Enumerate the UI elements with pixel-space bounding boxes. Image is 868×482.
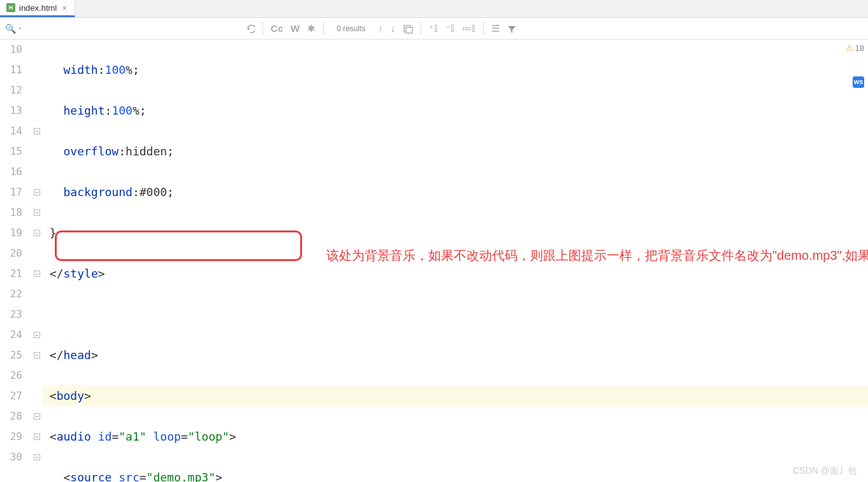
line-number: 20: [0, 243, 22, 264]
find-toolbar: 🔍 ▾ Cc W ✱ 0 results ↑ ↓ ⁺𝕀 ⁻𝕀 ≔𝕀 ☰̄: [0, 18, 868, 39]
up-arrow-icon[interactable]: ↑: [375, 23, 387, 34]
warning-icon: ⚠: [846, 43, 853, 53]
results-count: 0 results: [328, 24, 374, 33]
warning-count: 18: [855, 43, 864, 53]
line-number: 25: [0, 345, 22, 365]
settings-icon[interactable]: ☰̄: [488, 23, 503, 34]
annotation-text: 该处为背景音乐，如果不改动代码，则跟上图提示一样，把背景音乐文件名改为"demo…: [326, 246, 843, 265]
add-selection-icon[interactable]: ⁺𝕀: [425, 23, 442, 34]
code-line[interactable]: </style>: [43, 264, 868, 284]
remove-selection-icon[interactable]: ⁻𝕀: [442, 23, 458, 34]
toolbar-separator: [323, 22, 324, 36]
line-number: 15: [0, 141, 22, 162]
fold-marker-icon[interactable]: −: [34, 454, 40, 460]
html-file-icon: H: [6, 3, 15, 12]
fold-marker-icon[interactable]: −: [34, 209, 40, 216]
prev-occurrence-icon[interactable]: [242, 23, 259, 34]
svg-rect-1: [406, 27, 412, 33]
line-number: 18: [0, 202, 22, 223]
fold-marker-icon[interactable]: −: [34, 352, 40, 358]
fold-marker-icon[interactable]: −: [34, 189, 40, 195]
line-number: 27: [0, 386, 22, 406]
search-history-chevron-icon[interactable]: ▾: [18, 25, 25, 31]
line-gutter: 10 11 12 13 14 15 16 17 18 19 20 21 22 2…: [0, 39, 33, 482]
editor-tabbar: H index.html ×: [0, 0, 868, 18]
file-tab[interactable]: H index.html ×: [0, 0, 75, 17]
close-tab-icon[interactable]: ×: [61, 3, 68, 13]
code-line[interactable]: <source src="demo.mp3">: [43, 467, 868, 482]
line-number: 29: [0, 427, 22, 447]
line-number: 28: [0, 406, 22, 427]
line-number: 30: [0, 447, 22, 467]
fold-marker-icon[interactable]: −: [34, 413, 40, 420]
search-input[interactable]: [25, 18, 242, 39]
line-number: 11: [0, 60, 22, 80]
line-number: 21: [0, 264, 22, 284]
line-number: 17: [0, 182, 22, 202]
code-area[interactable]: width:100%; height:100%; overflow:hidden…: [43, 39, 868, 482]
line-number: 24: [0, 325, 22, 345]
line-number: 16: [0, 162, 22, 182]
code-line[interactable]: </head>: [43, 345, 868, 365]
code-line[interactable]: <body>: [43, 386, 868, 406]
toolbar-separator: [483, 22, 484, 36]
select-occurrences-icon[interactable]: ≔𝕀: [458, 23, 479, 34]
regex-button[interactable]: ✱: [303, 23, 319, 34]
select-all-icon[interactable]: [400, 23, 417, 34]
line-number: 13: [0, 101, 22, 121]
fold-marker-icon[interactable]: −: [34, 434, 40, 440]
toolbar-separator: [421, 22, 421, 36]
line-number: 26: [0, 365, 22, 386]
code-line[interactable]: background:#000;: [43, 182, 868, 202]
match-case-button[interactable]: Cc: [267, 23, 287, 34]
code-line[interactable]: }: [43, 223, 868, 243]
toolbar-separator: [263, 22, 263, 36]
fold-marker-icon[interactable]: −: [34, 271, 40, 277]
watermark-text: CSDN @面丿包: [793, 465, 857, 477]
line-number: 19: [0, 223, 22, 243]
line-number: 10: [0, 39, 22, 60]
code-line[interactable]: width:100%;: [43, 60, 868, 80]
line-number: 22: [0, 284, 22, 304]
tab-filename: index.html: [19, 3, 57, 13]
fold-column: − − − − − − − − − −: [33, 39, 43, 482]
words-button[interactable]: W: [287, 23, 303, 34]
line-number: 14: [0, 121, 22, 141]
filter-icon[interactable]: [503, 23, 520, 34]
down-arrow-icon[interactable]: ↓: [387, 23, 400, 34]
warnings-badge[interactable]: ⚠ 18: [846, 43, 864, 53]
fold-marker-icon[interactable]: −: [34, 332, 40, 338]
line-number: 23: [0, 304, 22, 325]
fold-marker-icon[interactable]: −: [34, 128, 40, 134]
code-line[interactable]: <audio id="a1" loop="loop">: [43, 427, 868, 447]
fold-marker-icon[interactable]: −: [34, 230, 40, 236]
code-editor[interactable]: 10 11 12 13 14 15 16 17 18 19 20 21 22 2…: [0, 39, 868, 482]
line-number: 12: [0, 80, 22, 101]
code-line[interactable]: [43, 304, 868, 325]
code-line[interactable]: overflow:hidden;: [43, 141, 868, 162]
webstorm-badge-icon[interactable]: WS: [853, 76, 864, 88]
code-line[interactable]: height:100%;: [43, 101, 868, 121]
